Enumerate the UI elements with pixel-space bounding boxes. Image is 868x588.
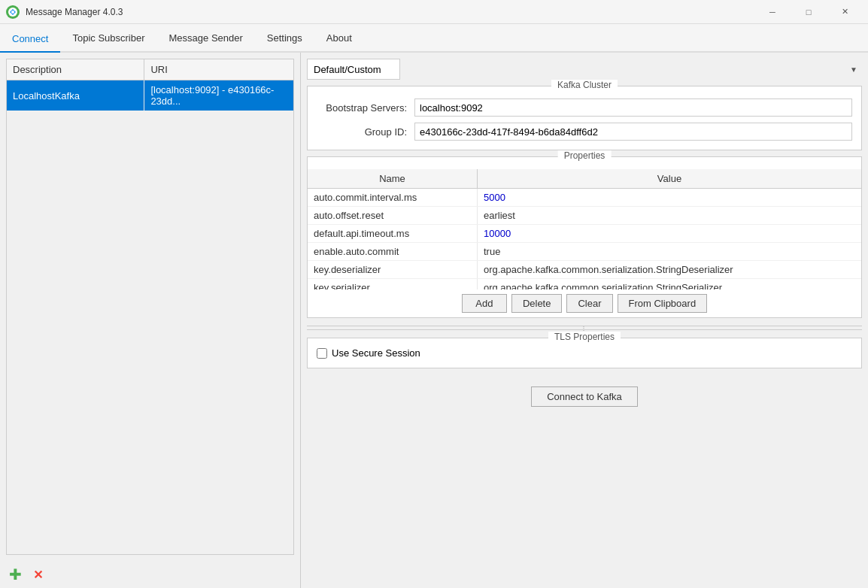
add-connection-button[interactable]: ✚ <box>6 565 24 583</box>
bootstrap-servers-input[interactable] <box>414 99 852 117</box>
prop-name: default.api.timeout.ms <box>308 225 477 243</box>
tls-title: TLS Properties <box>548 332 621 342</box>
prop-value: org.apache.kafka.common.serialization.St… <box>477 279 861 290</box>
prop-value: 10000 <box>477 225 861 243</box>
kafka-cluster-title: Kafka Cluster <box>551 80 618 90</box>
svg-point-2 <box>11 11 14 14</box>
props-col-value: Value <box>477 169 861 189</box>
tab-topic-subscriber[interactable]: Topic Subscriber <box>60 24 156 51</box>
table-row[interactable]: auto.commit.interval.ms 5000 <box>308 189 861 207</box>
table-row[interactable]: default.api.timeout.ms 10000 <box>308 225 861 243</box>
clear-properties-button[interactable]: Clear <box>566 294 612 313</box>
tab-connect[interactable]: Connect <box>0 26 60 53</box>
kafka-cluster-group: Kafka Cluster Bootstrap Servers: Group I… <box>307 86 862 150</box>
main-content: Description URI LocalhostKafka [localhos… <box>0 53 868 588</box>
app-icon <box>6 5 20 19</box>
prop-name: enable.auto.commit <box>308 243 477 261</box>
connection-table: Description URI LocalhostKafka [localhos… <box>7 59 293 111</box>
row-uri: [localhost:9092] - e430166c-23dd... <box>144 80 293 111</box>
prop-name: key.deserializer <box>308 261 477 279</box>
tab-message-sender[interactable]: Message Sender <box>157 24 255 51</box>
row-description: LocalhostKafka <box>7 80 144 111</box>
add-property-button[interactable]: Add <box>462 294 507 313</box>
app-title: Message Manager 4.0.3 <box>26 7 123 17</box>
use-secure-session-row: Use Secure Session <box>317 347 852 359</box>
group-id-input[interactable] <box>414 123 852 141</box>
delete-connection-button[interactable]: ✕ <box>29 565 47 583</box>
delete-property-button[interactable]: Delete <box>511 294 563 313</box>
close-button[interactable]: ✕ <box>827 0 862 24</box>
left-bottom-toolbar: ✚ ✕ <box>0 561 300 588</box>
tls-properties-group: TLS Properties Use Secure Session <box>307 338 862 368</box>
window-controls: ─ □ ✕ <box>755 0 862 24</box>
col-header-description: Description <box>7 59 144 80</box>
table-row[interactable]: key.deserializer org.apache.kafka.common… <box>308 261 861 279</box>
panel-divider: ⋮ <box>307 326 862 330</box>
table-row[interactable]: key.serializer org.apache.kafka.common.s… <box>308 279 861 290</box>
minimize-button[interactable]: ─ <box>755 0 790 24</box>
props-col-name: Name <box>308 169 477 189</box>
group-id-row: Group ID: <box>317 123 852 141</box>
use-secure-session-checkbox[interactable] <box>317 348 327 359</box>
properties-title: Properties <box>558 150 612 161</box>
prop-value: true <box>477 243 861 261</box>
dropdown-arrow-icon: ▼ <box>850 65 857 74</box>
connection-table-wrapper: Description URI LocalhostKafka [localhos… <box>6 59 294 555</box>
tab-settings[interactable]: Settings <box>255 24 314 51</box>
title-bar: Message Manager 4.0.3 ─ □ ✕ <box>0 0 868 24</box>
from-clipboard-button[interactable]: From Clipboard <box>618 294 708 313</box>
maximize-button[interactable]: □ <box>791 0 826 24</box>
properties-table: Name Value auto.commit.interval.ms 5000 … <box>308 169 861 289</box>
properties-group: Properties Name Value auto.commit.interv… <box>307 156 862 318</box>
prop-name: auto.offset.reset <box>308 207 477 225</box>
menu-bar: Connect Topic Subscriber Message Sender … <box>0 24 868 53</box>
prop-name: auto.commit.interval.ms <box>308 189 477 207</box>
connect-to-kafka-button[interactable]: Connect to Kafka <box>531 386 638 407</box>
divider-handle: ⋮ <box>581 325 588 332</box>
prop-value: 5000 <box>477 189 861 207</box>
left-panel: Description URI LocalhostKafka [localhos… <box>0 53 301 588</box>
tab-about[interactable]: About <box>314 24 364 51</box>
group-id-label: Group ID: <box>317 126 414 138</box>
prop-name: key.serializer <box>308 279 477 290</box>
profile-dropdown-wrapper: Default/Custom ▼ <box>307 59 862 80</box>
right-panel: Default/Custom ▼ Kafka Cluster Bootstrap… <box>301 53 868 588</box>
connect-button-row: Connect to Kafka <box>307 374 862 413</box>
table-row[interactable]: LocalhostKafka [localhost:9092] - e43016… <box>7 80 293 111</box>
prop-value: org.apache.kafka.common.serialization.St… <box>477 261 861 279</box>
use-secure-session-label: Use Secure Session <box>332 347 420 359</box>
profile-dropdown[interactable]: Default/Custom <box>307 59 400 80</box>
bootstrap-servers-row: Bootstrap Servers: <box>317 99 852 117</box>
table-row[interactable]: enable.auto.commit true <box>308 243 861 261</box>
table-row[interactable]: auto.offset.reset earliest <box>308 207 861 225</box>
bootstrap-servers-label: Bootstrap Servers: <box>317 102 414 114</box>
properties-table-scroll: Name Value auto.commit.interval.ms 5000 … <box>308 169 861 289</box>
prop-value: earliest <box>477 207 861 225</box>
col-header-uri: URI <box>144 59 293 80</box>
properties-action-buttons: Add Delete Clear From Clipboard <box>308 289 861 317</box>
profile-dropdown-row: Default/Custom ▼ <box>307 59 862 80</box>
